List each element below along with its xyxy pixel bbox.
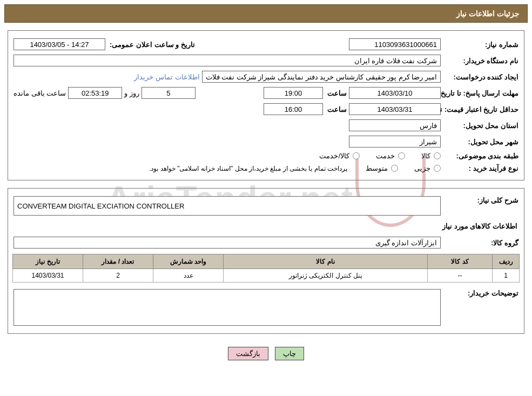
radio-icon bbox=[353, 152, 360, 159]
announce-value: 14:27 - 1403/03/05 bbox=[14, 38, 105, 50]
cell-date: 1403/03/31 bbox=[13, 269, 83, 283]
cell-code: -- bbox=[428, 269, 493, 283]
reply-time-value: 19:00 bbox=[264, 87, 323, 99]
buyer-notes-textarea[interactable] bbox=[14, 289, 441, 326]
cell-name: پنل کنترل الکتریکی ژنراتور bbox=[224, 269, 428, 283]
countdown-value: 02:53:19 bbox=[68, 87, 122, 99]
action-buttons: چاپ بازگشت bbox=[0, 341, 532, 373]
remaining-label: ساعت باقی مانده bbox=[14, 89, 66, 97]
cell-row: 1 bbox=[493, 269, 520, 283]
category-option-service[interactable]: خدمت bbox=[376, 152, 405, 160]
validity-time-label: ساعت bbox=[325, 105, 347, 113]
validity-label: حداقل تاریخ اعتبار قیمت: تا تاریخ: bbox=[443, 105, 518, 113]
col-date: تاریخ نیاز bbox=[13, 254, 83, 269]
radio-icon bbox=[398, 152, 405, 159]
col-row: ردیف bbox=[493, 254, 520, 269]
purchase-type-medium[interactable]: متوسط bbox=[366, 164, 398, 172]
validity-time-value: 16:00 bbox=[264, 103, 323, 115]
reply-time-label: ساعت bbox=[325, 89, 347, 97]
province-label: استان محل تحویل: bbox=[443, 122, 518, 130]
page-title: جزئیات اطلاعات نیاز bbox=[4, 4, 528, 23]
col-name: نام کالا bbox=[224, 254, 428, 269]
category-option-both[interactable]: کالا/خدمت bbox=[319, 152, 360, 160]
validity-date-value: 1403/03/31 bbox=[349, 103, 441, 115]
table-row: 1 -- پنل کنترل الکتریکی ژنراتور عدد 2 14… bbox=[13, 269, 520, 283]
reply-deadline-label: مهلت ارسال پاسخ: تا تاریخ: bbox=[443, 89, 518, 97]
purchase-type-label-minor: جزیی bbox=[414, 164, 430, 172]
need-number-label: شماره نیاز: bbox=[443, 41, 518, 49]
city-value: شیراز bbox=[349, 136, 441, 147]
days-remaining-value: 5 bbox=[142, 87, 196, 99]
items-section-title: اطلاعات کالاهای مورد نیاز bbox=[12, 218, 520, 234]
radio-icon bbox=[434, 165, 441, 172]
buyer-notes-label: توضیحات خریدار: bbox=[443, 289, 518, 297]
need-number-value: 1103093631000661 bbox=[349, 38, 441, 50]
purchase-type-label-medium: متوسط bbox=[366, 164, 388, 172]
buyer-org-value: شرکت نفت فلات قاره ایران bbox=[14, 55, 441, 66]
category-option-goods[interactable]: کالا bbox=[421, 152, 441, 160]
category-label-both: کالا/خدمت bbox=[319, 152, 349, 160]
summary-label: شرح کلی نیاز: bbox=[443, 196, 518, 204]
requester-label: ایجاد کننده درخواست: bbox=[443, 73, 518, 81]
need-details-panel: شرح کلی نیاز: CONVERTEAM DIGITAL EXCIATI… bbox=[8, 188, 524, 334]
city-label: شهر محل تحویل: bbox=[443, 138, 518, 146]
category-label: طبقه بندی موضوعی: bbox=[443, 152, 518, 160]
col-qty: تعداد / مقدار bbox=[83, 254, 153, 269]
back-button[interactable]: بازگشت bbox=[228, 347, 268, 360]
radio-icon bbox=[391, 165, 398, 172]
category-label-goods: کالا bbox=[421, 152, 430, 160]
category-label-service: خدمت bbox=[376, 152, 395, 160]
purchase-note: پرداخت تمام یا بخشی از مبلغ خرید،از محل … bbox=[149, 165, 363, 172]
days-suffix: روز و bbox=[124, 89, 139, 97]
col-unit: واحد شمارش bbox=[153, 254, 224, 269]
radio-icon bbox=[434, 152, 441, 159]
requester-value: امیر رضا کرم پور حقیقی کارشناس خرید دفتر… bbox=[202, 71, 441, 83]
cell-qty: 2 bbox=[83, 269, 153, 283]
items-table: ردیف کد کالا نام کالا واحد شمارش تعداد /… bbox=[12, 254, 520, 283]
cell-unit: عدد bbox=[153, 269, 224, 283]
announce-label: تاریخ و ساعت اعلان عمومی: bbox=[107, 41, 195, 49]
purchase-type-minor[interactable]: جزیی bbox=[414, 164, 441, 172]
purchase-type-label: نوع فرآیند خرید : bbox=[443, 164, 518, 172]
buyer-org-label: نام دستگاه خریدار: bbox=[443, 57, 518, 65]
province-value: فارس bbox=[349, 119, 441, 131]
print-button[interactable]: چاپ bbox=[275, 347, 304, 360]
group-label: گروه کالا: bbox=[443, 239, 518, 247]
need-info-panel: شماره نیاز: 1103093631000661 تاریخ و ساع… bbox=[8, 30, 524, 180]
col-code: کد کالا bbox=[428, 254, 493, 269]
buyer-contact-link[interactable]: اطلاعات تماس خریدار bbox=[134, 73, 199, 81]
group-value: ابزارآلات اندازه گیری bbox=[14, 237, 441, 249]
reply-date-value: 1403/03/10 bbox=[349, 87, 441, 99]
summary-value: CONVERTEAM DIGITAL EXCIATION CONTROLLER bbox=[14, 196, 441, 216]
